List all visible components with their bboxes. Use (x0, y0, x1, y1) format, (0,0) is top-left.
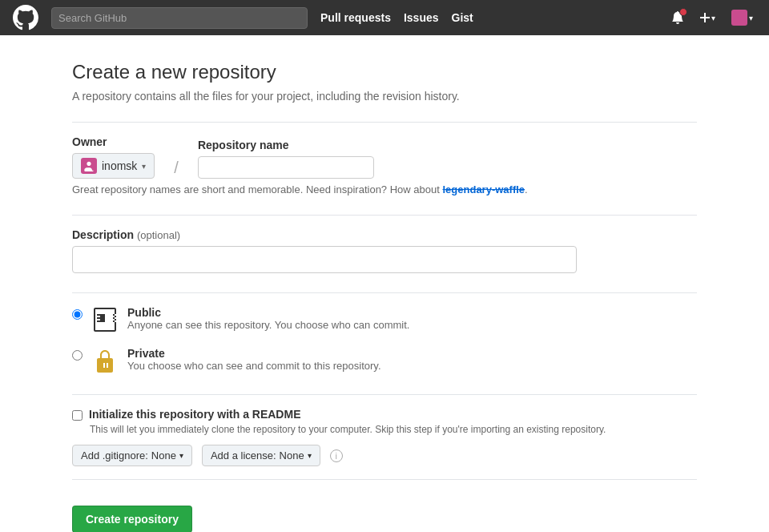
person-icon (83, 160, 95, 171)
optional-text: (optional) (137, 229, 180, 241)
page-title: Create a new repository (72, 61, 697, 83)
private-desc: You choose who can see and commit to thi… (127, 360, 381, 372)
owner-label: Owner (72, 135, 155, 148)
description-input[interactable] (72, 246, 577, 273)
info-icon[interactable]: i (330, 449, 343, 462)
owner-name: inomsk (102, 159, 137, 172)
owner-dropdown-arrow: ▾ (142, 162, 146, 171)
suggestion-link[interactable]: legendary-waffle (442, 183, 525, 195)
public-label: Public (127, 306, 409, 319)
page-subtitle: A repository contains all the files for … (72, 90, 697, 103)
repo-name-label: Repository name (198, 139, 374, 151)
license-label: Add a license: (211, 449, 276, 461)
suggestion-name: legendary-waffle (442, 183, 525, 195)
repo-name-field: Repository name (198, 139, 374, 179)
description-label: Description (optional) (72, 228, 697, 241)
suggestion-prefix: Great repository names are short and mem… (72, 183, 440, 195)
nav-gist[interactable]: Gist (452, 11, 473, 24)
readme-row: Initialize this repository with a README (72, 408, 697, 421)
search-box[interactable] (51, 7, 308, 29)
repo-suggestion: Great repository names are short and mem… (72, 183, 697, 195)
bell-icon (671, 11, 684, 24)
private-radio[interactable] (72, 350, 83, 361)
private-option: Private You choose who can see and commi… (72, 347, 697, 375)
owner-selector[interactable]: inomsk ▾ (72, 153, 155, 179)
private-label: Private (127, 347, 381, 360)
description-label-text: Description (72, 228, 134, 241)
gitignore-arrow: ▾ (179, 451, 183, 460)
notifications-button[interactable] (668, 8, 687, 27)
nav-pull-requests[interactable]: Pull requests (320, 11, 391, 24)
dropdown-arrow: ▾ (711, 14, 715, 22)
public-radio[interactable] (72, 309, 83, 320)
visibility-section: Public Anyone can see this repository. Y… (72, 306, 697, 375)
main-nav: Pull requests Issues Gist (320, 11, 473, 24)
gitignore-value: None (151, 449, 176, 461)
user-menu-button[interactable]: ▾ (728, 6, 756, 29)
nav-issues[interactable]: Issues (404, 11, 439, 24)
mid-divider-1 (72, 215, 697, 216)
suggestion-suffix: . (525, 183, 528, 195)
public-desc: Anyone can see this repository. You choo… (127, 319, 409, 331)
mid-divider-2 (72, 292, 697, 293)
gitignore-selector[interactable]: Add .gitignore: None ▾ (72, 445, 192, 466)
user-avatar (731, 10, 747, 26)
bottom-divider (72, 479, 697, 480)
readme-checkbox[interactable] (72, 410, 83, 421)
lock-icon (92, 347, 118, 375)
new-item-button[interactable]: ▾ (697, 8, 719, 27)
dropdown-row: Add .gitignore: None ▾ Add a license: No… (72, 445, 697, 466)
plus-icon (700, 11, 710, 24)
header-actions: ▾ ▾ (668, 6, 756, 29)
public-icon (92, 306, 118, 334)
owner-repo-section: Owner inomsk ▾ / Repository name (72, 135, 697, 195)
description-section: Description (optional) (72, 228, 697, 273)
owner-avatar (81, 158, 97, 174)
mid-divider-3 (72, 394, 697, 395)
search-input[interactable] (51, 7, 308, 29)
public-option: Public Anyone can see this repository. Y… (72, 306, 697, 334)
user-dropdown-arrow: ▾ (749, 14, 753, 22)
readme-section: Initialize this repository with a README… (72, 408, 697, 466)
owner-field: Owner inomsk ▾ (72, 135, 155, 179)
readme-hint: This will let you immediately clone the … (90, 424, 697, 435)
slash-separator: / (174, 159, 179, 177)
top-divider (72, 122, 697, 123)
gitignore-label: Add .gitignore: (81, 449, 148, 461)
github-logo[interactable] (13, 5, 38, 30)
license-selector[interactable]: Add a license: None ▾ (202, 445, 320, 466)
license-arrow: ▾ (308, 451, 312, 460)
readme-label: Initialize this repository with a README (89, 408, 300, 421)
repo-name-input[interactable] (198, 156, 374, 179)
create-repository-button[interactable]: Create repository (72, 506, 192, 532)
license-value: None (280, 449, 304, 461)
